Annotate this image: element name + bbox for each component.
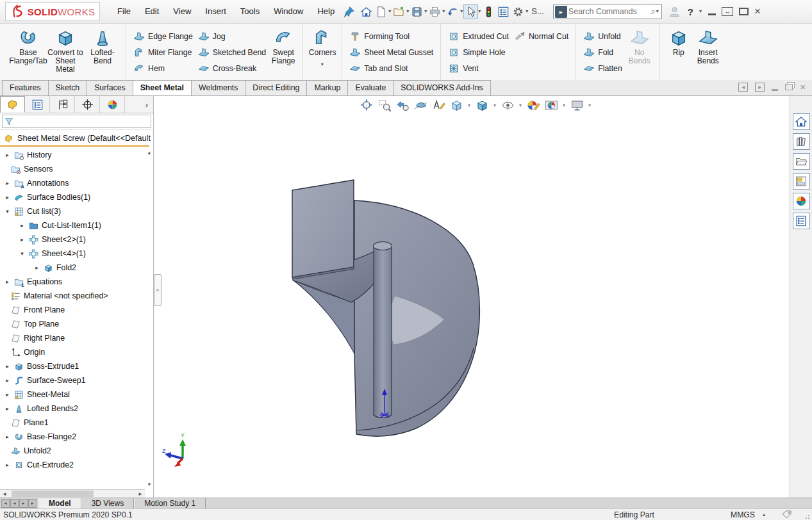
help-caret-icon[interactable]: ▾ (699, 4, 702, 19)
tree-item-front-plane[interactable]: Front Plane (0, 303, 153, 317)
zoom-to-fit-icon[interactable] (359, 97, 374, 113)
tree-item-material[interactable]: Material <not specified> (0, 289, 153, 303)
simple-hole-button[interactable]: Simple Hole (448, 45, 509, 59)
rip-button[interactable]: Rip (664, 25, 693, 57)
tree-item-surface-bodies[interactable]: ▸Surface Bodies(1) (0, 190, 153, 204)
tree-item-surface-sweep1[interactable]: ▸Surface-Sweep1 (0, 373, 153, 387)
tab-and-slot-button[interactable]: Tab and Slot (349, 61, 433, 75)
print-caret-icon[interactable]: ▾ (442, 4, 445, 19)
tab-3d-views[interactable]: 3D Views (81, 498, 134, 508)
tree-item-cut-extrude2[interactable]: ▸Cut-Extrude2 (0, 458, 153, 472)
print-button[interactable] (427, 4, 442, 19)
settings-gear-button[interactable] (511, 4, 526, 19)
menu-file[interactable]: File (110, 0, 138, 23)
tree-item-top-plane[interactable]: Top Plane (0, 317, 153, 331)
tree-horizontal-scrollbar[interactable]: ◄ ► (0, 489, 145, 498)
tab-weldments[interactable]: Weldments (191, 80, 245, 95)
display-style-icon[interactable] (474, 97, 490, 113)
tree-item-history[interactable]: ▸History (0, 148, 153, 162)
scroll-left-icon[interactable]: ◄ (0, 491, 9, 497)
settings-caret-icon[interactable]: ▾ (526, 4, 528, 19)
save-caret-icon[interactable]: ▾ (424, 4, 427, 19)
tree-item-unfold2[interactable]: Unfold2 (0, 444, 153, 458)
tree-item-base-flange2[interactable]: ▸Base-Flange2 (0, 430, 153, 444)
view-orientation-icon[interactable] (449, 97, 464, 113)
tab-property-manager[interactable] (25, 96, 50, 113)
stretch-window-button[interactable]: ↔ (722, 7, 733, 16)
pin-menu-icon[interactable] (342, 4, 356, 19)
new-caret-icon[interactable]: ▾ (388, 4, 391, 19)
search-magnifier-icon[interactable]: ⌕ (651, 6, 656, 17)
hide-show-caret-icon[interactable]: ▾ (519, 102, 522, 108)
lofted-bend-button[interactable]: Lofted-Bend (84, 25, 121, 65)
tree-item-sheet4[interactable]: ▾Sheet<4>(1) (0, 247, 153, 261)
resize-grip[interactable] (805, 513, 811, 519)
appearances-scenes-icon[interactable] (793, 193, 810, 209)
base-flange-button[interactable]: Base Flange/Tab (10, 25, 47, 65)
custom-properties-icon[interactable] (793, 213, 810, 229)
prev-tab-icon[interactable]: ◄ (10, 499, 19, 508)
select-caret-icon[interactable]: ▾ (478, 4, 481, 19)
tree-item-cut-list[interactable]: ▾Cut list(3) (0, 204, 153, 218)
tab-display-manager[interactable] (100, 96, 125, 113)
apply-scene-caret-icon[interactable]: ▾ (563, 102, 565, 108)
extruded-cut-button[interactable]: Extruded Cut (448, 29, 509, 43)
tab-model[interactable]: Model (38, 498, 81, 508)
tab-features[interactable]: Features (2, 80, 49, 95)
edit-appearance-icon[interactable] (526, 97, 541, 113)
open-caret-icon[interactable]: ▾ (406, 4, 409, 19)
tab-markup[interactable]: Markup (306, 80, 348, 95)
view-settings-caret-icon[interactable]: ▾ (588, 102, 591, 108)
menu-edit[interactable]: Edit (138, 0, 166, 23)
task-pane-home-icon[interactable] (793, 113, 810, 130)
convert-to-sheet-metal-button[interactable]: Convert to Sheet Metal (47, 25, 84, 74)
collapse-left-pane-icon[interactable]: ◄ (738, 83, 748, 92)
insert-bends-button[interactable]: Insert Bends (693, 25, 723, 65)
tree-item-plane1[interactable]: Plane1 (0, 416, 153, 430)
tree-item-lofted-bends2[interactable]: ▸Lofted Bends2 (0, 402, 153, 416)
units-caret-icon[interactable]: ▴ (763, 512, 765, 517)
hide-show-items-icon[interactable] (500, 97, 515, 113)
toolbar-overflow[interactable]: S... (529, 0, 547, 23)
forming-tool-button[interactable]: Forming Tool (349, 29, 433, 43)
next-tab-icon[interactable]: ► (19, 499, 28, 508)
panel-tabs-chevron-icon[interactable]: › (140, 96, 153, 113)
panel-splitter[interactable] (154, 96, 162, 498)
tree-scroll-up-icon[interactable]: ▲ (147, 150, 152, 156)
tab-surfaces[interactable]: Surfaces (87, 80, 133, 95)
miter-flange-button[interactable]: Miter Flange (133, 45, 193, 59)
section-view-icon[interactable] (413, 97, 428, 113)
tree-item-boss-extrude1[interactable]: ▸Boss-Extrude1 (0, 359, 153, 373)
tab-sheet-metal[interactable]: Sheet Metal (133, 80, 192, 95)
scrollbar-track[interactable] (9, 490, 136, 498)
fold-button[interactable]: Fold (583, 45, 622, 59)
help-button[interactable]: ? (688, 6, 693, 17)
annotation-views-icon[interactable] (431, 97, 446, 113)
tree-item-cut-list-item1[interactable]: ▸Cut-List-Item1(1) (0, 218, 153, 232)
tab-motion-study[interactable]: Motion Study 1 (134, 498, 206, 508)
edge-flange-button[interactable]: Edge Flange (133, 29, 193, 43)
normal-cut-button[interactable]: Normal Cut (514, 29, 568, 43)
tab-direct-editing[interactable]: Direct Editing (245, 80, 307, 95)
tree-item-fold2[interactable]: ▸Fold2 (0, 261, 153, 275)
doc-restore-icon[interactable] (785, 84, 793, 90)
zoom-to-area-icon[interactable] (377, 97, 392, 113)
scroll-right-icon[interactable]: ► (136, 491, 145, 497)
jog-button[interactable]: Jog (198, 29, 266, 43)
hem-button[interactable]: Hem (133, 61, 193, 75)
doc-close-icon[interactable]: × (800, 83, 806, 91)
apply-scene-icon[interactable] (543, 97, 559, 113)
splitter-handle[interactable] (154, 274, 162, 306)
tag-icon[interactable] (782, 510, 791, 519)
close-button[interactable]: × (754, 7, 761, 16)
rebuild-button[interactable] (481, 4, 496, 19)
unfold-button[interactable]: Unfold (583, 29, 622, 43)
select-button[interactable] (463, 4, 478, 19)
tree-item-sensors[interactable]: Sensors (0, 162, 153, 176)
tab-configuration-manager[interactable] (50, 96, 75, 113)
view-palette-icon[interactable] (793, 173, 810, 190)
corners-caret-icon[interactable]: ▾ (321, 57, 324, 72)
tree-root-item[interactable]: Sheet Metal Screw (Default<<Default (0, 132, 153, 145)
swept-flange-button[interactable]: Swept Flange (269, 25, 298, 65)
tab-evaluate[interactable]: Evaluate (347, 80, 394, 95)
